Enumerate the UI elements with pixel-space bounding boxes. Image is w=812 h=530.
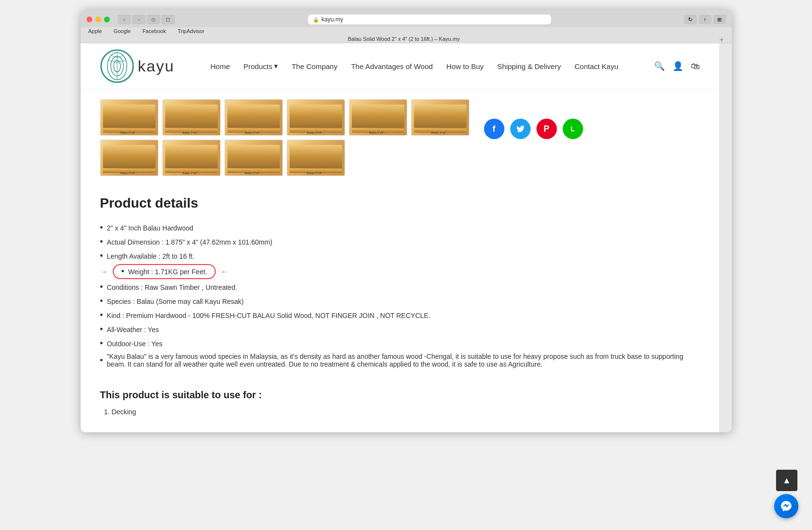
nav-advantages[interactable]: The Advantages of Wood	[351, 62, 432, 71]
thumbnail-2[interactable]: Balau 2"x4"...	[162, 99, 221, 136]
bookmark-tripadvisor[interactable]: TripAdvisor	[177, 28, 204, 34]
minimize-dot[interactable]	[95, 17, 101, 22]
search-icon[interactable]: 🔍	[654, 61, 665, 71]
thumbnail-10[interactable]: Balau 2"x4"...	[287, 140, 345, 176]
main-content: Balau 2"x4"... Balau 2"x4"... Balau 2"x4…	[81, 89, 720, 432]
cart-icon[interactable]: 🛍	[691, 61, 700, 71]
browser-content: kayu Home Products ▾ The Company The Adv…	[81, 43, 720, 432]
facebook-share-button[interactable]: f	[484, 119, 504, 139]
thumbnail-4[interactable]: Balau 2"x4"...	[287, 99, 345, 136]
suitable-title: This product is suitable to use for :	[100, 389, 700, 401]
thumbnail-label-9: Balau 2"x4"...	[245, 172, 262, 175]
details-list: 2" x 4" Inch Balau Hardwood Actual Dimen…	[100, 221, 700, 263]
detail-item-3: Length Available : 2ft to 16 ft.	[100, 249, 700, 263]
site-header: kayu Home Products ▾ The Company The Adv…	[81, 43, 720, 89]
detail-item-7: All-Weather : Yes	[100, 322, 700, 336]
history-button[interactable]: ⊙	[147, 15, 160, 24]
site-logo[interactable]: kayu	[100, 49, 175, 83]
nav-shipping[interactable]: Shipping & Delivery	[497, 62, 561, 71]
lock-icon: 🔒	[313, 17, 319, 22]
bookmark-google[interactable]: Google	[114, 28, 131, 34]
detail-item-6: Kind : Premium Hardwood - 100% FRESH-CUT…	[100, 308, 700, 322]
arrow-left-icon: →	[100, 267, 108, 276]
site-navigation: Home Products ▾ The Company The Advantag…	[184, 62, 644, 71]
bookmarks-bar: Apple Google Facebook TripAdvisor	[81, 27, 732, 35]
thumbnail-label-3: Balau 2"x4"...	[245, 131, 262, 134]
dropdown-arrow-icon: ▾	[274, 62, 278, 71]
logo-icon	[100, 49, 134, 83]
nav-contact[interactable]: Contact Kayu	[574, 62, 618, 71]
pinterest-share-button[interactable]: P	[536, 119, 557, 139]
weight-item-wrapper: → Weight : 1.71KG per Feet. ←	[100, 264, 700, 279]
refresh-button[interactable]: ↻	[684, 15, 697, 24]
nav-products[interactable]: Products ▾	[243, 62, 278, 71]
nav-home[interactable]: Home	[210, 62, 230, 71]
account-icon[interactable]: 👤	[673, 61, 683, 71]
product-details-section: Product details 2" x 4" Inch Balau Hardw…	[100, 195, 700, 370]
bookmark-facebook[interactable]: Facebook	[142, 28, 166, 34]
detail-item-5: Species : Balau (Some may call Kayu Resa…	[100, 294, 700, 308]
suitable-list: Decking	[100, 406, 700, 417]
nav-company[interactable]: The Company	[292, 62, 337, 71]
product-thumbnails: Balau 2"x4"... Balau 2"x4"... Balau 2"x4…	[100, 99, 469, 176]
thumbnail-row-2: Balau 2"x4"... Balau 2"x4"... Balau 2"x4…	[100, 140, 469, 176]
new-tab-button[interactable]: +	[719, 36, 724, 44]
detail-item-9: "Kayu Balau" is a very famous wood speci…	[100, 351, 700, 370]
address-bar[interactable]: 🔒 kayu.my	[308, 15, 551, 24]
thumbnail-label-7: Balau 2"x4"...	[121, 172, 138, 175]
thumbnail-label-5: Balau 2"x4"...	[369, 131, 387, 134]
window-controls	[86, 17, 110, 22]
thumbnail-3[interactable]: Balau 2"x4"...	[225, 99, 283, 136]
twitter-share-button[interactable]	[510, 119, 531, 139]
logo-text: kayu	[138, 57, 175, 75]
tab-bar: Balau Solid Wood 2" x 4" (2 to 16ft.) – …	[81, 35, 732, 43]
arrow-right-icon: ←	[221, 267, 228, 276]
thumbnail-label-2: Balau 2"x4"...	[183, 131, 200, 134]
thumbnail-row-1: Balau 2"x4"... Balau 2"x4"... Balau 2"x4…	[100, 99, 469, 136]
thumbnail-5[interactable]: Balau 2"x4"...	[349, 99, 407, 136]
close-dot[interactable]	[86, 17, 92, 22]
twitter-bird-icon	[516, 124, 525, 133]
detail-item-1: 2" x 4" Inch Balau Hardwood	[100, 221, 700, 235]
detail-item-4: Conditions : Raw Sawn Timber , Untreated…	[100, 280, 700, 294]
split-button[interactable]: ⊡	[161, 15, 175, 24]
product-details-title: Product details	[100, 195, 700, 211]
thumbnail-1[interactable]: Balau 2"x4"...	[100, 99, 158, 136]
thumbnail-label-6: Balau 2"x4"...	[432, 131, 449, 134]
tab-manage-button[interactable]: ⊞	[713, 15, 726, 24]
thumbnail-7[interactable]: Balau 2"x4"...	[100, 140, 158, 176]
share-button[interactable]: ↑	[699, 15, 711, 24]
thumbnail-label-4: Balau 2"x4"...	[307, 131, 325, 134]
url-text: kayu.my	[322, 16, 344, 23]
detail-item-8: Outdoor-Use : Yes	[100, 336, 700, 351]
thumbnail-label-1: Balau 2"x4"...	[121, 131, 138, 134]
tab-title[interactable]: Balau Solid Wood 2" x 4" (2 to 16ft.) – …	[348, 36, 460, 42]
social-share: f P L	[484, 99, 700, 176]
weight-highlight: Weight : 1.71KG per Feet.	[113, 264, 216, 279]
header-actions: 🔍 👤 🛍	[654, 61, 700, 71]
thumbnail-label-8: Balau 2"x4"...	[183, 172, 200, 175]
bookmark-apple[interactable]: Apple	[88, 28, 102, 34]
line-share-button[interactable]: L	[563, 119, 583, 139]
nav-how-to-buy[interactable]: How to Buy	[447, 62, 484, 71]
details-list-2: Conditions : Raw Sawn Timber , Untreated…	[100, 280, 700, 370]
suitable-section: This product is suitable to use for : De…	[100, 389, 700, 417]
maximize-dot[interactable]	[104, 17, 110, 22]
thumbnail-6[interactable]: Balau 2"x4"...	[411, 99, 469, 136]
suitable-item-1: Decking	[112, 406, 700, 417]
thumbnail-label-10: Balau 2"x4"...	[307, 172, 325, 175]
forward-button[interactable]: ›	[132, 15, 146, 24]
detail-item-2: Actual Dimension : 1.875" x 4" (47.62mm …	[100, 235, 700, 249]
back-button[interactable]: ‹	[118, 15, 131, 24]
thumbnail-8[interactable]: Balau 2"x4"...	[162, 140, 221, 176]
thumbnail-9[interactable]: Balau 2"x4"...	[225, 140, 283, 176]
